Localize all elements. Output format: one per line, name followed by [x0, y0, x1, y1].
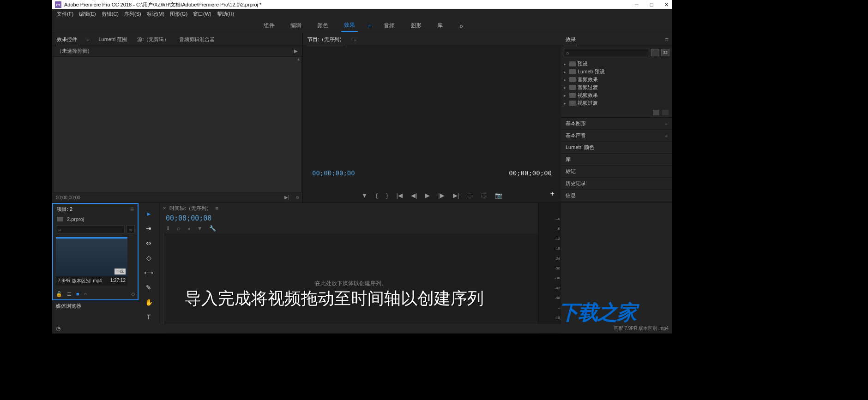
tree-item-lumetri-presets[interactable]: ▸Lumetri预设: [564, 68, 669, 76]
mark-in-button[interactable]: ▼: [362, 192, 368, 199]
acc-history[interactable]: 历史记录: [561, 178, 672, 190]
step-back-button[interactable]: ◀|: [411, 192, 417, 199]
effects-tree: ▸预设 ▸Lumetri预设 ▸音频效果 ▸音频过渡 ▸视频效果 ▸视频过渡: [561, 59, 672, 108]
timeline-timecode[interactable]: 00;00;00;00: [159, 213, 538, 223]
timeline-panel-menu-icon[interactable]: ≡: [216, 205, 218, 211]
workspace-libraries[interactable]: 库: [434, 20, 446, 31]
mark-in-icon[interactable]: {: [376, 192, 378, 199]
effect-controls-body: ▲: [53, 56, 301, 192]
tab-effect-controls[interactable]: 效果控件: [56, 34, 78, 45]
panel-menu-icon[interactable]: ≡: [86, 37, 89, 42]
workspace-overflow[interactable]: »: [459, 22, 464, 30]
tree-item-audio-transitions[interactable]: ▸音频过渡: [564, 84, 669, 91]
linked-selection-icon[interactable]: ∩: [177, 225, 181, 232]
audio-meters[interactable]: --0 -6 -12 -18 -24 -30 -36 -42 -48 -- dB: [538, 203, 561, 334]
selection-tool[interactable]: ▸: [144, 209, 154, 219]
no-clip-selected-label: （未选择剪辑）: [57, 48, 92, 54]
menu-edit[interactable]: 编辑(E): [76, 11, 99, 18]
project-breadcrumb[interactable]: 2.prproj: [67, 216, 84, 222]
slip-tool[interactable]: ⟷: [144, 268, 154, 278]
fx-filter-32bit[interactable]: 32: [661, 49, 669, 56]
workspace-effects[interactable]: 效果: [341, 19, 358, 32]
extract-button[interactable]: ⬚: [481, 192, 487, 199]
tab-lumetri-scopes[interactable]: Lumetri 范围: [97, 34, 128, 45]
tab-audio-clip-mixer[interactable]: 音频剪辑混合器: [178, 34, 216, 45]
list-view-icon[interactable]: ☰: [67, 291, 72, 297]
project-search-filter[interactable]: ⌕: [127, 225, 135, 233]
button-editor[interactable]: +: [550, 190, 555, 198]
tree-item-audio-effects[interactable]: ▸音频效果: [564, 76, 669, 84]
tree-item-presets[interactable]: ▸预设: [564, 60, 669, 68]
menu-window[interactable]: 窗口(W): [190, 11, 214, 18]
program-monitor-viewport[interactable]: 00;00;00;00 00;00;00;00 ▼ { } |◀ ◀| ▶ |▶…: [303, 46, 561, 203]
ripple-edit-tool[interactable]: ⇔: [144, 238, 154, 248]
media-browser-tab[interactable]: 媒体浏览器: [52, 300, 139, 311]
clip-thumbnail[interactable]: 下载 7.9PR 版本区别 .mp4 1:27:12: [56, 237, 127, 286]
lock-icon[interactable]: 🔓: [56, 291, 62, 297]
timeline-close-icon[interactable]: ×: [163, 205, 166, 211]
pen-tool[interactable]: ✎: [144, 282, 154, 293]
tab-program[interactable]: 节目:（无序列）: [307, 34, 345, 45]
export-frame-button[interactable]: 📷: [495, 192, 502, 199]
new-bin-icon[interactable]: [653, 110, 659, 115]
play-button[interactable]: ▶: [425, 192, 430, 199]
export-icon[interactable]: ⎋: [296, 195, 299, 200]
timeline-placeholder: 在此处放下媒体以创建序列。: [315, 280, 387, 287]
effects-search-input[interactable]: ⌕: [564, 48, 649, 57]
marker-icon[interactable]: ▼: [197, 225, 203, 232]
menu-help[interactable]: 帮助(H): [214, 11, 237, 18]
icon-view-icon[interactable]: ■: [76, 291, 79, 297]
mark-out-icon[interactable]: }: [386, 192, 388, 199]
workspace-editing[interactable]: 编辑: [288, 20, 304, 31]
step-forward-button[interactable]: |▶: [438, 192, 444, 199]
delete-icon[interactable]: [662, 110, 669, 115]
snap-icon[interactable]: ⬇: [166, 225, 170, 232]
workspace-graphics[interactable]: 图形: [408, 20, 424, 31]
add-marker-icon[interactable]: ⬧: [187, 225, 191, 232]
playhead-toggle-icon[interactable]: ▶⎸: [284, 195, 292, 200]
menu-clip[interactable]: 剪辑(C): [99, 11, 121, 18]
workspace-audio[interactable]: 音频: [381, 20, 398, 31]
go-to-out-button[interactable]: ▶|: [453, 192, 459, 199]
fx-filter-accelerated[interactable]: [651, 49, 659, 56]
close-button[interactable]: ✕: [663, 1, 669, 8]
clip-name: 7.9PR 版本区别 .mp4: [58, 278, 102, 284]
program-panel-menu-icon[interactable]: ≡: [354, 37, 356, 42]
menu-marker[interactable]: 标记(M): [144, 11, 168, 18]
menu-file[interactable]: 文件(F): [54, 11, 76, 18]
timeline-drop-zone[interactable]: 在此处放下媒体以创建序列。: [163, 233, 538, 334]
acc-lumetri-color[interactable]: Lumetri 颜色: [561, 142, 672, 154]
project-panel-menu-icon[interactable]: ≡: [130, 205, 134, 213]
go-to-in-button[interactable]: |◀: [397, 192, 403, 199]
acc-info[interactable]: 信息: [561, 190, 672, 202]
effects-panel-menu-icon[interactable]: ≡: [665, 36, 669, 43]
project-search-input[interactable]: ⌕: [56, 225, 125, 233]
acc-libraries[interactable]: 库: [561, 154, 672, 166]
zoom-slider-icon[interactable]: ◇: [131, 291, 135, 297]
tool-strip: ▸ ⇥ ⇔ ◇ ⟷ ✎ ✋ T: [139, 203, 159, 334]
workspace-color[interactable]: 颜色: [314, 20, 331, 31]
lift-button[interactable]: ⬚: [467, 192, 473, 199]
tree-item-video-transitions[interactable]: ▸视频过渡: [564, 99, 669, 107]
expand-arrow-icon[interactable]: ▶: [294, 48, 298, 54]
hand-tool[interactable]: ✋: [144, 297, 154, 307]
acc-essential-graphics[interactable]: 基本图形≡: [561, 118, 672, 130]
workspace-tabs: 组件 编辑 颜色 效果 ≡ 音频 图形 库 »: [52, 18, 672, 33]
acc-markers[interactable]: 标记: [561, 166, 672, 178]
tab-effects[interactable]: 效果: [565, 34, 577, 45]
workspace-assembly[interactable]: 组件: [261, 20, 277, 31]
settings-icon[interactable]: 🔧: [209, 225, 216, 232]
type-tool[interactable]: T: [144, 312, 154, 322]
menu-graphics[interactable]: 图形(G): [167, 11, 190, 18]
program-timecode-left[interactable]: 00;00;00;00: [312, 169, 355, 177]
acc-essential-sound[interactable]: 基本声音≡: [561, 130, 672, 142]
menu-sequence[interactable]: 序列(S): [121, 11, 144, 18]
tree-item-video-effects[interactable]: ▸视频效果: [564, 91, 669, 99]
track-select-tool[interactable]: ⇥: [144, 223, 154, 233]
maximize-button[interactable]: □: [648, 1, 655, 8]
minimize-button[interactable]: ─: [633, 1, 640, 8]
project-bin-body[interactable]: 下载 7.9PR 版本区别 .mp4 1:27:12: [53, 234, 138, 288]
tab-source[interactable]: 源:（无剪辑）: [136, 34, 170, 45]
razor-tool[interactable]: ◇: [144, 253, 154, 263]
freeform-view-icon[interactable]: ○: [84, 291, 87, 297]
